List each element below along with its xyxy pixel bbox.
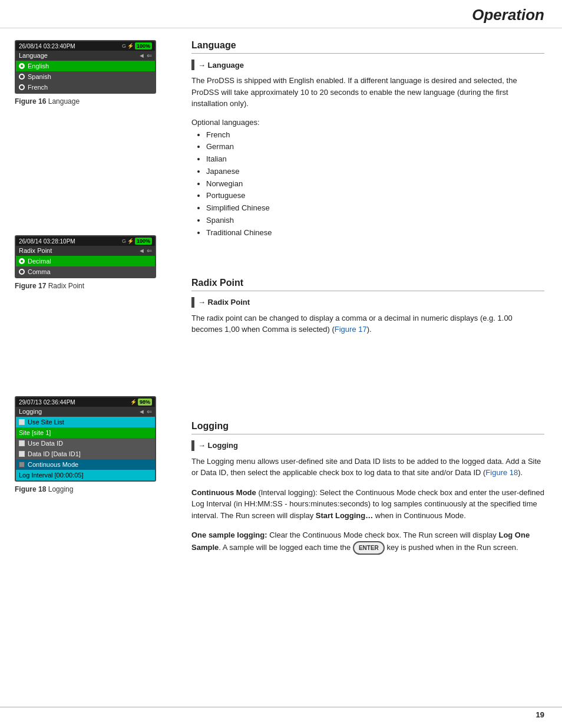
radio-decimal	[19, 258, 25, 264]
label-decimal: Decimal	[28, 258, 51, 265]
lightning-icon-18: ⚡	[130, 399, 137, 405]
status-icons-fig16: G ⚡ 100%	[122, 42, 152, 50]
battery-icon: 100%	[135, 42, 152, 50]
screen-title-fig16: Language	[19, 52, 48, 60]
radix-nav-text: → Radix Point	[198, 298, 250, 307]
menu-english[interactable]: English	[16, 61, 155, 71]
logging-body1: The Logging menu allows user-defined sit…	[191, 456, 544, 479]
language-body: The ProDSS is shipped with English enabl…	[191, 75, 544, 110]
back-icon-fig18: ◄ ⇐	[138, 408, 152, 416]
language-nav-indicator: → Language	[191, 60, 544, 70]
lightning-icon: ⚡	[127, 43, 134, 49]
timestamp-fig18: 29/07/13 02:36:44PM	[19, 399, 75, 406]
label-use-site-list: Use Site List	[28, 419, 64, 426]
page-number: 19	[536, 710, 544, 719]
label-english: English	[28, 62, 49, 70]
left-column: 26/08/14 03:23:40PM G ⚡ 100% Language ◄ …	[0, 28, 183, 581]
lang-french: French	[206, 129, 544, 141]
battery-icon-17: 100%	[135, 238, 152, 245]
caption-fig17: Figure 17 Radix Point	[15, 282, 171, 290]
checkbox-use-data-id	[19, 440, 25, 446]
menu-decimal[interactable]: Decimal	[16, 256, 155, 266]
radio-english	[19, 63, 25, 69]
device-header-fig17: Radix Point ◄ ⇐	[16, 246, 155, 256]
logging-nav-text: → Logging	[198, 441, 238, 450]
menu-use-data-id[interactable]: Use Data ID	[16, 438, 155, 449]
figure-18-device: 29/07/13 02:36:44PM ⚡ 98% Logging ◄ ⇐ Us…	[15, 396, 156, 482]
signal-icon: G	[122, 43, 126, 49]
checkbox-data-id	[19, 451, 25, 457]
radix-point-section: Radix Point → Radix Point The radix poin…	[191, 278, 544, 335]
label-data-id: Data ID [Data ID1]	[28, 450, 81, 457]
lang-german: German	[206, 141, 544, 153]
lang-japanese: Japanese	[206, 166, 544, 178]
radio-comma	[19, 269, 25, 275]
lang-simplified-chinese: Simplified Chinese	[206, 202, 544, 215]
menu-continuous-mode[interactable]: Continuous Mode	[16, 459, 155, 470]
signal-icon-17: G	[122, 238, 126, 244]
label-spanish: Spanish	[28, 73, 51, 80]
label-comma: Comma	[28, 268, 51, 275]
optional-languages-list: Optional languages: French German Italia…	[191, 118, 544, 239]
back-icon-fig17: ◄ ⇐	[138, 247, 152, 255]
status-icons-fig18: ⚡ 98%	[130, 398, 152, 406]
lang-portuguese: Portuguese	[206, 190, 544, 202]
start-logging-label: Start Logging…	[316, 511, 373, 520]
radix-nav-indicator: → Radix Point	[191, 297, 544, 308]
timestamp-fig17: 26/08/14 03:28:10PM	[19, 238, 75, 245]
back-icon-fig16: ◄ ⇐	[138, 52, 152, 60]
language-section-title: Language	[191, 40, 544, 54]
language-section: Language → Language The ProDSS is shippe…	[191, 40, 544, 239]
lang-italian: Italian	[206, 153, 544, 166]
footer-line	[0, 707, 562, 707]
figure-17-device: 26/08/14 03:28:10PM G ⚡ 100% Radix Point…	[15, 235, 156, 278]
figure18-link[interactable]: Figure 18	[485, 468, 518, 477]
label-use-data-id: Use Data ID	[28, 440, 63, 447]
lang-norwegian: Norwegian	[206, 178, 544, 190]
one-sample-label: One sample logging:	[191, 531, 267, 539]
optional-items: French German Italian Japanese Norwegian…	[191, 129, 544, 239]
logging-nav-indicator: → Logging	[191, 440, 544, 451]
spacer-left	[15, 117, 171, 235]
device-header-fig16: Language ◄ ⇐	[16, 51, 155, 61]
lang-spanish: Spanish	[206, 215, 544, 227]
label-continuous-mode: Continuous Mode	[28, 461, 78, 468]
device-header-fig18: Logging ◄ ⇐	[16, 407, 155, 417]
menu-data-id[interactable]: Data ID [Data ID1]	[16, 449, 155, 459]
nav-bracket-lang	[191, 60, 194, 70]
label-site: Site [site 1]	[19, 429, 51, 436]
logging-section-title: Logging	[191, 421, 544, 434]
logging-body2: Continuous Mode (Interval logging): Sele…	[191, 487, 544, 522]
menu-site[interactable]: Site [site 1]	[16, 427, 155, 438]
continuous-mode-label: Continuous Mode	[191, 488, 256, 497]
menu-spanish[interactable]: Spanish	[16, 71, 155, 82]
timestamp-fig16: 26/08/14 03:23:40PM	[19, 43, 75, 50]
right-column: Language → Language The ProDSS is shippe…	[183, 28, 562, 581]
lang-traditional-chinese: Traditional Chinese	[206, 227, 544, 239]
status-icons-fig17: G ⚡ 100%	[122, 238, 152, 245]
menu-use-site-list[interactable]: Use Site List	[16, 417, 155, 427]
status-bar-fig18: 29/07/13 02:36:44PM ⚡ 98%	[16, 397, 155, 407]
enter-key-button: ENTER	[353, 541, 385, 555]
checkbox-use-site-list	[19, 419, 25, 425]
status-bar-fig17: 26/08/14 03:28:10PM G ⚡ 100%	[16, 236, 155, 246]
caption-fig16: Figure 16 Language	[15, 97, 171, 106]
checkbox-continuous-mode	[19, 462, 25, 467]
menu-log-interval[interactable]: Log Interval [00:00:05]	[16, 470, 155, 480]
nav-bracket-radix	[191, 297, 194, 308]
battery-icon-18: 98%	[138, 398, 152, 406]
logging-section: Logging → Logging The Logging menu allow…	[191, 421, 544, 555]
label-log-interval: Log Interval [00:00:05]	[19, 472, 83, 479]
spacer-right	[191, 254, 544, 278]
radix-body: The radix point can be changed to displa…	[191, 312, 544, 335]
spacer-right2	[191, 350, 544, 421]
menu-comma[interactable]: Comma	[16, 266, 155, 277]
page-title: Operation	[472, 6, 544, 24]
radio-spanish	[19, 74, 25, 80]
page-header: Operation	[0, 0, 562, 28]
status-bar-fig16: 26/08/14 03:23:40PM G ⚡ 100%	[16, 41, 155, 51]
menu-french[interactable]: French	[16, 82, 155, 93]
logging-body3: One sample logging: Clear the Continuous…	[191, 529, 544, 555]
radix-point-section-title: Radix Point	[191, 278, 544, 291]
figure17-link[interactable]: Figure 17	[335, 325, 367, 334]
